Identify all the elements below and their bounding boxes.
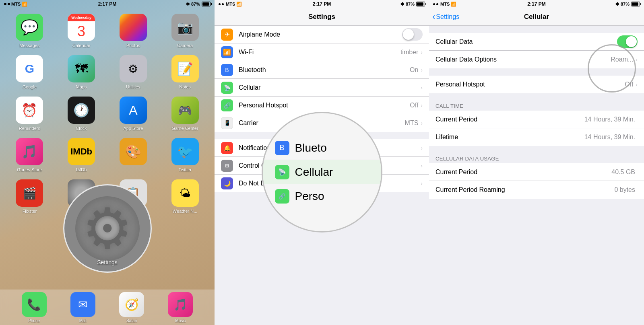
messages-label: Messages <box>19 43 39 48</box>
music-label: Music <box>175 319 186 323</box>
home-status-bar: MTS 📶 2:17 PM ✱ 87% <box>0 0 215 8</box>
app-reminders[interactable]: ⏰ Reminders <box>7 97 52 131</box>
wifi-icon: 📶 <box>22 2 27 7</box>
cellular-carrier: MTS 📶 <box>433 2 456 7</box>
magnification-circle: B Blueto 📡 Cellular 🔗 Perso <box>262 112 382 232</box>
app-misc1[interactable]: 🎨 <box>111 138 156 172</box>
settings-row-airplane[interactable]: ✈ Airplane Mode <box>215 26 429 43</box>
cellular-data-toggle[interactable] <box>617 35 638 48</box>
imdb-icon: IMDb <box>68 138 95 165</box>
datausage-header: CELLULAR DATA USAGE <box>429 153 644 163</box>
mag-bluetooth-icon: B <box>275 141 289 155</box>
settings-nav-title: Settings <box>308 13 335 21</box>
cellular-battery-icon <box>631 2 640 6</box>
carrier-row-icon: 📱 <box>221 117 233 129</box>
calendar-label: Calendar <box>72 43 91 48</box>
app-clock[interactable]: 🕐 Clock <box>59 97 104 131</box>
google-icon: G <box>16 55 43 82</box>
wifi-row-icon: 📶 <box>221 46 233 58</box>
app-maps[interactable]: 🗺 Maps <box>59 55 104 89</box>
back-chevron-icon: ‹ <box>432 12 435 22</box>
mag-personal-label: Perso <box>295 190 324 203</box>
app-camera[interactable]: 📷 Camera <box>163 14 207 48</box>
safari-icon: 🧭 <box>119 292 144 317</box>
personal-hotspot-chevron: › <box>636 81 638 88</box>
dock-phone[interactable]: 📞 Phone <box>22 292 47 323</box>
bluetooth-row-label: Bluetooth <box>239 66 410 74</box>
gamecenter-label: Game Center <box>172 126 198 131</box>
cellular-data-row[interactable]: Cellular Data <box>429 33 644 51</box>
hotspot-row-label: Personal Hotspot <box>239 102 410 109</box>
cellular-time: 2:17 PM <box>527 1 545 7</box>
app-photos[interactable]: Photos <box>111 14 156 48</box>
bluetooth-value: On <box>410 66 418 74</box>
notifications-chevron: › <box>421 145 423 151</box>
settings-screen: MTS 📶 2:17 PM ✱ 87% Settings ✈ Airplane … <box>215 0 429 325</box>
messages-icon: 💬 <box>16 14 43 41</box>
settings-overlay-label: Settings <box>97 259 118 265</box>
cellular-gap-1 <box>429 68 644 76</box>
cellular-data-options-row[interactable]: Cellular Data Options Roam... › <box>429 51 644 68</box>
dock-music[interactable]: 🎵 Music <box>168 292 193 323</box>
notes-icon: 📝 <box>171 55 199 82</box>
cellular-data-options-label: Cellular Data Options <box>436 56 611 63</box>
app-itunes[interactable]: 🎵 iTunes Store <box>7 138 52 172</box>
datausage-current-row: Current Period 40.5 GB <box>429 163 644 181</box>
app-messages[interactable]: 💬 Messages <box>7 14 52 48</box>
cellular-bt-icon: ✱ <box>615 2 619 7</box>
app-gamecenter[interactable]: 🎮 Game Center <box>163 97 207 131</box>
mag-bluetooth-label: Blueto <box>295 142 327 154</box>
settings-row-cellular[interactable]: 📡 Cellular › <box>215 79 429 97</box>
back-button[interactable]: ‹ Settings <box>432 8 459 26</box>
cellular-chevron: › <box>421 84 423 91</box>
notifications-row-icon: 🔔 <box>221 142 233 154</box>
clock-icon: 🕐 <box>68 97 95 124</box>
app-appstore[interactable]: A App Store <box>111 97 156 131</box>
app-twitter[interactable]: 🐦 Twitter <box>163 138 207 172</box>
dnd-row-icon: 🌙 <box>221 177 233 189</box>
cellular-data-options-chevron: › <box>636 56 638 63</box>
appstore-label: App Store <box>123 126 143 131</box>
carrier-row-value: MTS <box>405 119 419 127</box>
settings-row-wifi[interactable]: 📶 Wi-Fi timber › <box>215 43 429 61</box>
mail-label: Mail <box>79 319 87 323</box>
datausage-current-label: Current Period <box>436 169 611 176</box>
settings-carrier: MTS 📶 <box>219 2 242 7</box>
airplane-toggle[interactable] <box>402 28 423 41</box>
app-flixster[interactable]: 🎬 Flixster <box>7 179 52 214</box>
notes-label: Notes <box>179 84 191 89</box>
misc1-icon: 🎨 <box>120 138 147 165</box>
google-label: Google <box>23 84 37 89</box>
personal-hotspot-row[interactable]: Personal Hotspot Off › <box>429 76 644 93</box>
carrier-name: MTS <box>11 2 21 6</box>
calltime-lifetime-value: 14 Hours, 39 Min. <box>584 134 635 141</box>
weather-icon: 🌤 <box>171 179 199 207</box>
wifi-chevron: › <box>421 49 423 56</box>
app-weather[interactable]: 🌤 Weather N... <box>163 179 207 214</box>
datausage-roaming-value: 0 bytes <box>614 186 635 193</box>
maps-label: Maps <box>76 84 87 89</box>
dock-safari[interactable]: 🧭 Safari <box>119 292 144 323</box>
app-calendar[interactable]: Wednesday 3 Calendar <box>59 14 104 48</box>
clock-label: Clock <box>76 126 87 131</box>
settings-row-bluetooth[interactable]: B Bluetooth On › <box>215 61 429 79</box>
controlcenter-row-icon: ⊞ <box>221 160 233 172</box>
reminders-label: Reminders <box>19 126 40 131</box>
photos-label: Photos <box>126 43 140 48</box>
cellular-row-icon: 📡 <box>221 82 233 94</box>
app-notes[interactable]: 📝 Notes <box>163 55 207 89</box>
mag-cellular-row[interactable]: 📡 Cellular <box>263 160 381 184</box>
cellular-nav-title: Cellular <box>524 13 549 21</box>
dock-mail[interactable]: ✉ Mail <box>70 292 95 323</box>
app-imdb[interactable]: IMDb IMDb <box>59 138 104 172</box>
app-utilities[interactable]: ⚙ Utilities <box>111 55 156 89</box>
datausage-section: Current Period 40.5 GB Current Period Ro… <box>429 163 644 199</box>
dnd-chevron: › <box>421 180 423 187</box>
app-google[interactable]: G Google <box>7 55 52 89</box>
home-screen: MTS 📶 2:17 PM ✱ 87% 💬 Messages Wednesday… <box>0 0 215 325</box>
camera-icon: 📷 <box>171 14 199 41</box>
flixster-label: Flixster <box>23 209 37 214</box>
cellular-data-options-value: Roam... <box>611 56 633 63</box>
utilities-label: Utilities <box>126 84 140 89</box>
utilities-icon: ⚙ <box>120 55 147 82</box>
